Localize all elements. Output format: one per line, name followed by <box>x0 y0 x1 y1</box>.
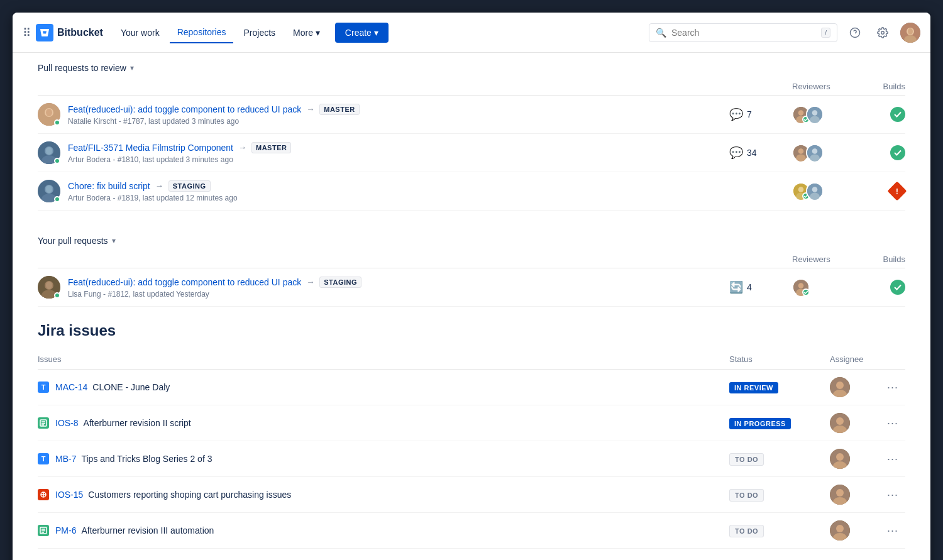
arrow-icon: → <box>306 104 314 114</box>
col-assignee-label: Assignee <box>830 354 880 364</box>
nav-your-work[interactable]: Your work <box>113 23 167 43</box>
pr-row: Chore: fix build script → STAGING Artur … <box>38 172 905 211</box>
pr-to-review-chevron[interactable]: ▾ <box>130 63 134 72</box>
status-badge: IN PROGRESS <box>729 418 791 429</box>
pr-title-link[interactable]: Feat(reduced-ui): add toggle component t… <box>68 104 301 114</box>
nav-repositories[interactable]: Repositories <box>170 22 234 43</box>
issue-more-button[interactable]: ··· <box>882 450 903 468</box>
branch-badge: STAGING <box>319 277 361 288</box>
pr-to-review-title[interactable]: Pull requests to review <box>38 63 126 73</box>
issue-status-cell: TO DO <box>729 453 830 464</box>
nav-projects[interactable]: Projects <box>236 23 283 43</box>
reviewer-avatar-2 <box>806 106 824 123</box>
issue-id[interactable]: IOS-8 <box>55 418 79 428</box>
search-shortcut: / <box>821 28 830 38</box>
online-indicator <box>54 158 60 164</box>
assignee-avatar <box>830 485 850 505</box>
pr-row: Feat(reduced-ui): add toggle component t… <box>38 268 905 307</box>
reviewer-avatars <box>792 144 824 162</box>
pr-comments: 💬 34 <box>729 146 792 160</box>
issue-more-button[interactable]: ··· <box>882 486 903 503</box>
svg-point-16 <box>812 110 818 116</box>
pr-info: Feat(reduced-ui): add toggle component t… <box>68 277 729 299</box>
create-button[interactable]: Create ▾ <box>335 23 389 43</box>
reviewer-avatars <box>792 106 824 123</box>
search-input[interactable] <box>671 28 816 38</box>
svg-point-10 <box>46 109 52 116</box>
pr-title-row: Feat(reduced-ui): add toggle component t… <box>68 104 729 115</box>
status-badge: TO DO <box>729 453 764 466</box>
issue-id[interactable]: IOS-15 <box>55 490 83 500</box>
jira-issues-section: Jira issues Issues Status Assignee T MAC… <box>38 322 905 549</box>
svg-point-62 <box>836 489 844 497</box>
issue-main: IOS-15 Customers reporting shoping cart … <box>38 489 729 500</box>
issue-more-button[interactable]: ··· <box>882 522 903 539</box>
issue-id[interactable]: MAC-14 <box>55 382 87 392</box>
issues-table-header: Issues Status Assignee <box>38 349 905 370</box>
issue-id[interactable]: PM-6 <box>55 525 76 535</box>
pr-title-link[interactable]: Chore: fix build script <box>68 181 150 191</box>
issue-type-story-icon <box>38 417 49 429</box>
pr-info: Chore: fix build script → STAGING Artur … <box>68 180 742 202</box>
reviewer-avatar-2 <box>806 144 824 162</box>
pr-meta: Lisa Fung - #1812, last updated Yesterda… <box>68 290 729 299</box>
issue-main: IOS-8 Afterburner revision II script <box>38 417 729 429</box>
grid-icon[interactable]: ⠿ <box>23 26 31 40</box>
issue-actions-cell: ··· <box>880 417 905 430</box>
user-avatar[interactable] <box>900 23 920 43</box>
help-button[interactable] <box>845 23 865 43</box>
your-pr-chevron[interactable]: ▾ <box>112 236 116 245</box>
issue-id[interactable]: MB-7 <box>55 454 76 464</box>
svg-point-26 <box>812 148 818 154</box>
pr-reviewers <box>792 144 855 162</box>
svg-point-33 <box>798 187 804 192</box>
status-badge: TO DO <box>729 525 764 537</box>
arrow-icon: → <box>306 277 314 287</box>
pr-reviewers <box>792 278 855 296</box>
online-indicator <box>54 196 60 202</box>
build-success-icon <box>890 107 905 122</box>
issue-type-task-icon: T <box>38 382 49 393</box>
issue-more-button[interactable]: ··· <box>882 414 903 432</box>
issue-assignee-cell <box>830 449 880 469</box>
nav-right: 🔍 / <box>649 23 920 43</box>
top-navigation: ⠿ Bitbucket Your work Repositories Proje… <box>13 13 930 53</box>
issue-assignee-cell <box>830 413 880 433</box>
browser-window: ⠿ Bitbucket Your work Repositories Proje… <box>13 13 930 560</box>
pr-title-link[interactable]: Feat/FIL-3571 Media Filmstrip Component <box>68 143 233 153</box>
issue-row: T MB-7 Tips and Tricks Blog Series 2 of … <box>38 441 905 477</box>
col-reviewers-label: Reviewers <box>792 255 855 264</box>
issue-main: T MAC-14 CLONE - June Daly <box>38 382 729 393</box>
logo[interactable]: Bitbucket <box>36 24 103 41</box>
comment-count: 4 <box>747 282 752 292</box>
comment-sync-icon: 🔄 <box>729 280 743 294</box>
pr-meta: Artur Bodera - #1819, last updated 12 mi… <box>68 194 742 202</box>
your-pr-title[interactable]: Your pull requests <box>38 236 108 246</box>
pr-title-row: Feat(reduced-ui): add toggle component t… <box>68 277 729 288</box>
reviewer-check <box>802 288 810 296</box>
pr-title-link[interactable]: Feat(reduced-ui): add toggle component t… <box>68 277 301 287</box>
issue-text: CLONE - June Daly <box>92 382 170 392</box>
pr-to-review-header: Pull requests to review ▾ <box>38 53 905 78</box>
col-reviewers-label: Reviewers <box>792 82 855 91</box>
issue-type-story-icon <box>38 525 49 536</box>
status-badge: TO DO <box>729 489 764 502</box>
pr-title-row: Chore: fix build script → STAGING <box>68 180 742 192</box>
pr-reviewers <box>792 106 855 123</box>
pr-reviewers <box>792 182 855 200</box>
svg-point-46 <box>836 382 844 389</box>
nav-more[interactable]: More ▾ <box>285 23 328 43</box>
pr-comments: 💬 7 <box>729 107 792 121</box>
svg-point-6 <box>908 28 913 35</box>
issue-text: Afterburner revision II script <box>84 418 191 428</box>
reviewer-avatars <box>792 182 824 200</box>
issue-actions-cell: ··· <box>880 488 905 502</box>
search-box[interactable]: 🔍 / <box>649 23 837 42</box>
issue-status-cell: TO DO <box>729 489 830 500</box>
settings-button[interactable] <box>873 23 893 43</box>
pr-builds <box>855 107 905 122</box>
issue-text: Afterburner revision III automation <box>81 525 214 535</box>
build-success-icon <box>890 280 905 295</box>
issue-more-button[interactable]: ··· <box>882 378 903 396</box>
issue-text: Customers reporting shoping cart purchas… <box>88 490 291 500</box>
